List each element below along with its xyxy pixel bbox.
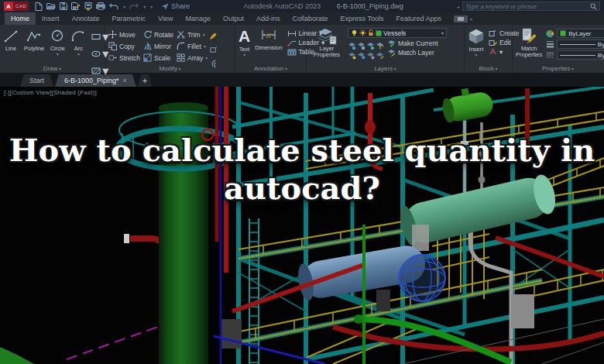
insert-block-button[interactable]: Insert ▾ — [468, 28, 485, 57]
panel-label-modify[interactable]: Modify — [105, 65, 235, 72]
ribbon-tab-addins[interactable]: Add-ins — [250, 12, 287, 25]
layer-tool-icon[interactable] — [357, 49, 365, 57]
insert-caret-icon[interactable]: ▾ — [475, 53, 478, 57]
open-file-button[interactable] — [46, 2, 56, 10]
undo-caret-icon[interactable]: ▾ — [123, 4, 125, 9]
linetype-dropdown[interactable]: ByLayer — [557, 50, 604, 60]
tool-dimension[interactable]: Dimension — [255, 28, 282, 57]
ribbon-tab-view[interactable]: View — [152, 12, 179, 25]
attributes-caret-icon: ▾ — [499, 48, 503, 56]
ribbon-tab-collaborate[interactable]: Collaborate — [287, 12, 335, 25]
ribbon-tab-output[interactable]: Output — [217, 12, 250, 25]
table-icon — [287, 49, 297, 56]
layer-tool-icon[interactable] — [376, 49, 384, 57]
tool-arc[interactable]: Arc ▾ — [70, 29, 86, 56]
lineweight-row: ByLayer — [546, 39, 604, 49]
layer-tool-icon[interactable] — [348, 49, 356, 57]
new-file-button[interactable] — [35, 2, 43, 11]
ellipse-icon — [91, 50, 101, 57]
layer-dropdown-caret-icon[interactable]: ▾ — [441, 30, 444, 36]
file-tab-start[interactable]: Start — [20, 74, 53, 87]
redo-button[interactable] — [129, 3, 139, 10]
tool-scale[interactable]: Scale — [143, 53, 173, 62]
ribbon-tab-insert[interactable]: Insert — [36, 12, 66, 25]
viewport-controls[interactable]: [-][Custom View][Shaded (Fast)] — [4, 89, 97, 96]
tool-trim[interactable]: Trim▾ — [177, 30, 208, 39]
ribbon-tab-home[interactable]: Home — [5, 12, 36, 25]
make-current-button[interactable]: Make Current — [387, 39, 438, 47]
search-input[interactable] — [465, 3, 590, 10]
ribbon-tab-featured-apps[interactable]: Featured Apps — [390, 12, 448, 25]
search-box[interactable] — [462, 2, 600, 11]
ribbon-tab-express-tools[interactable]: Express Tools — [335, 12, 390, 25]
search-icon[interactable] — [590, 3, 597, 10]
print-button[interactable] — [96, 2, 105, 10]
redo-caret-icon[interactable]: ▾ — [143, 4, 146, 9]
tool-stretch[interactable]: Stretch — [108, 53, 140, 62]
layer-dropdown[interactable]: Vessels ▾ — [348, 28, 447, 38]
tool-rotate[interactable]: Rotate — [143, 30, 173, 39]
ribbon-display-caret-icon[interactable]: ▾ — [470, 16, 472, 22]
save-as-button[interactable] — [71, 2, 81, 10]
undo-button[interactable] — [109, 3, 118, 10]
erase-tool-icon[interactable] — [209, 29, 218, 43]
tool-polyline[interactable]: Polyline — [24, 29, 44, 52]
tool-copy[interactable]: Copy — [108, 42, 140, 50]
plot-button[interactable] — [84, 2, 92, 11]
tool-line[interactable]: Line — [3, 29, 19, 52]
layer-tool-icon[interactable] — [348, 39, 356, 48]
tool-fillet[interactable]: Fillet▾ — [177, 42, 208, 50]
circle-caret-icon[interactable]: ▾ — [57, 53, 59, 56]
make-current-icon — [387, 39, 396, 47]
save-button[interactable] — [60, 2, 67, 10]
linear-icon — [287, 30, 297, 37]
layer-tool-icon[interactable] — [366, 49, 375, 57]
ribbon-tab-parametric[interactable]: Parametric — [106, 12, 153, 25]
color-swatch — [560, 30, 566, 36]
new-drawing-tab-button[interactable]: + — [138, 74, 152, 87]
tool-circle[interactable]: Circle ▾ — [50, 29, 65, 56]
ribbon-tab-annotate[interactable]: Annotate — [66, 12, 106, 25]
panel-label-block[interactable]: Block — [465, 65, 512, 72]
panel-annotation: A Text ▾ Dimension Linear▾ Leader▾ Table… — [235, 25, 307, 73]
ribbon-display-toggle-button[interactable] — [454, 15, 468, 22]
arc-caret-icon[interactable]: ▾ — [77, 53, 80, 56]
panel-layers: Layer Properties Vessels ▾ — [307, 25, 465, 73]
tool-array[interactable]: Array▾ — [177, 53, 208, 62]
linetype-row: ByLayer — [546, 50, 604, 60]
layer-properties-button[interactable]: Layer Properties — [310, 28, 344, 58]
quick-access-toolbar: ▾ ▾ ▾ Share — [35, 2, 190, 11]
ribbon: Line Polyline Circle ▾ Arc ▾ ▾ ▾ ▾ Dr — [0, 25, 604, 73]
layer-tool-icon[interactable] — [376, 39, 384, 48]
tool-move[interactable]: Move — [108, 30, 140, 39]
tool-mirror[interactable]: Mirror — [143, 42, 173, 50]
layer-tool-icon[interactable] — [357, 39, 365, 48]
qat-customize-icon[interactable]: ▾ — [150, 4, 153, 9]
panel-label-properties[interactable]: Properties — [513, 65, 603, 72]
match-layer-button[interactable]: Match Layer — [387, 49, 438, 57]
match-properties-button[interactable]: Match Properties — [516, 28, 542, 60]
window-title: Autodesk AutoCAD 2023 6-B-1000_Piping.dw… — [193, 2, 454, 10]
share-label: Share — [171, 2, 190, 10]
linetype-icon — [546, 51, 554, 59]
file-tab-document[interactable]: 6-B-1000_Piping* × — [55, 74, 136, 87]
text-caret-icon[interactable]: ▾ — [243, 53, 245, 57]
share-button[interactable]: Share — [161, 2, 190, 10]
color-wheel-icon — [546, 29, 554, 38]
panel-modify: Move Rotate Trim▾ Copy Mirror Fillet▾ St… — [105, 25, 235, 73]
panel-label-layers[interactable]: Layers — [307, 65, 464, 72]
layer-tool-icon[interactable] — [366, 39, 375, 48]
panel-label-annotation[interactable]: Annotation — [235, 65, 306, 72]
leader-icon — [287, 39, 297, 46]
share-plane-icon — [161, 3, 169, 10]
lineweight-dropdown[interactable]: ByLayer — [557, 39, 604, 49]
ribbon-tab-manage[interactable]: Manage — [179, 12, 217, 25]
search-expand-icon[interactable]: ▸ — [458, 4, 460, 9]
explode-tool-icon[interactable] — [209, 43, 218, 57]
tool-text[interactable]: A Text ▾ — [239, 28, 250, 57]
panel-label-draw[interactable]: Draw — [0, 65, 105, 72]
close-tab-icon[interactable]: × — [123, 77, 127, 84]
autocad-logo[interactable]: A CAD — [4, 2, 29, 11]
color-dropdown[interactable]: ByLayer ▾ — [557, 29, 604, 38]
drawing-viewport[interactable]: [-][Custom View][Shaded (Fast)] How to c… — [0, 87, 604, 364]
